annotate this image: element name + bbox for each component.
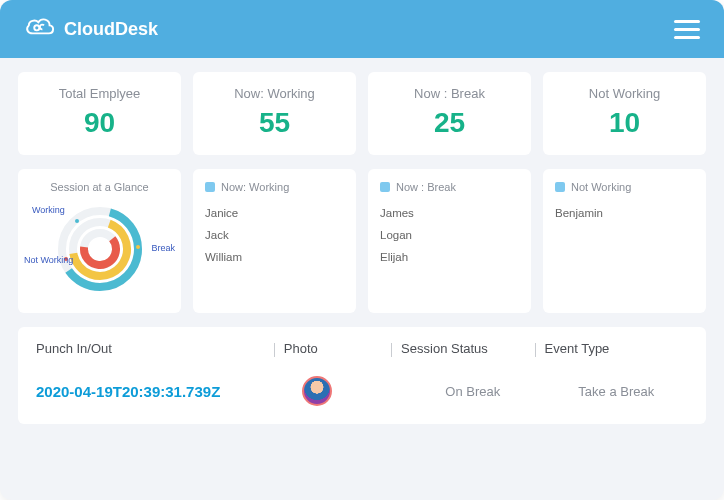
stat-label: Total Emplyee	[26, 86, 173, 101]
col-status: Session Status	[401, 341, 544, 356]
stat-not-working: Not Working 10	[543, 72, 706, 155]
list-item: Logan	[380, 225, 519, 247]
legend-not-working: Not Working	[24, 255, 73, 265]
stat-now-working: Now: Working 55	[193, 72, 356, 155]
brand: CloudDesk	[24, 15, 158, 44]
table-row: 2020-04-19T20:39:31.739Z On Break Take a…	[36, 366, 688, 406]
stats-row: Total Emplyee 90 Now: Working 55 Now : B…	[18, 72, 706, 155]
svg-point-0	[34, 25, 39, 30]
punch-table: Punch In/Out Photo Session Status Event …	[18, 327, 706, 424]
square-icon	[380, 182, 390, 192]
col-photo: Photo	[284, 341, 401, 356]
panel-now-working: Now: Working Janice Jack William	[193, 169, 356, 313]
name-list: Benjamin	[555, 203, 694, 225]
list-item: William	[205, 247, 344, 269]
svg-point-7	[75, 219, 79, 223]
brand-name: CloudDesk	[64, 19, 158, 40]
col-punch: Punch In/Out	[36, 341, 284, 356]
photo-cell	[284, 376, 401, 406]
event-type: Take a Break	[545, 384, 688, 399]
panel-not-working: Not Working Benjamin	[543, 169, 706, 313]
panel-session-glance: Session at a Glance Working Brea	[18, 169, 181, 313]
name-list: Janice Jack William	[205, 203, 344, 269]
punch-timestamp: 2020-04-19T20:39:31.739Z	[36, 383, 284, 400]
panels-row: Session at a Glance Working Brea	[18, 169, 706, 313]
svg-point-8	[136, 245, 140, 249]
topbar: CloudDesk	[0, 0, 724, 58]
list-item: Janice	[205, 203, 344, 225]
avatar	[302, 376, 332, 406]
legend-working: Working	[32, 205, 65, 215]
name-list: James Logan Elijah	[380, 203, 519, 269]
square-icon	[555, 182, 565, 192]
stat-value: 25	[376, 107, 523, 139]
list-item: Benjamin	[555, 203, 694, 225]
panel-title: Not Working	[571, 181, 631, 193]
panel-title: Now : Break	[396, 181, 456, 193]
panel-title: Session at a Glance	[30, 181, 169, 193]
col-event: Event Type	[545, 341, 688, 356]
stat-label: Now : Break	[376, 86, 523, 101]
panel-title: Now: Working	[221, 181, 289, 193]
square-icon	[205, 182, 215, 192]
menu-button[interactable]	[674, 20, 700, 39]
list-item: Jack	[205, 225, 344, 247]
app-frame: CloudDesk Total Emplyee 90 Now: Working …	[0, 0, 724, 500]
stat-label: Now: Working	[201, 86, 348, 101]
donut-chart: Working Break Not Working	[30, 199, 169, 299]
cloud-icon	[24, 15, 56, 44]
table-header: Punch In/Out Photo Session Status Event …	[36, 341, 688, 366]
stat-total-employee: Total Emplyee 90	[18, 72, 181, 155]
stat-label: Not Working	[551, 86, 698, 101]
panel-now-break: Now : Break James Logan Elijah	[368, 169, 531, 313]
stat-value: 10	[551, 107, 698, 139]
stat-value: 55	[201, 107, 348, 139]
legend-break: Break	[151, 243, 175, 253]
list-item: James	[380, 203, 519, 225]
list-item: Elijah	[380, 247, 519, 269]
stat-now-break: Now : Break 25	[368, 72, 531, 155]
stat-value: 90	[26, 107, 173, 139]
content: Total Emplyee 90 Now: Working 55 Now : B…	[0, 58, 724, 500]
session-status: On Break	[401, 384, 544, 399]
